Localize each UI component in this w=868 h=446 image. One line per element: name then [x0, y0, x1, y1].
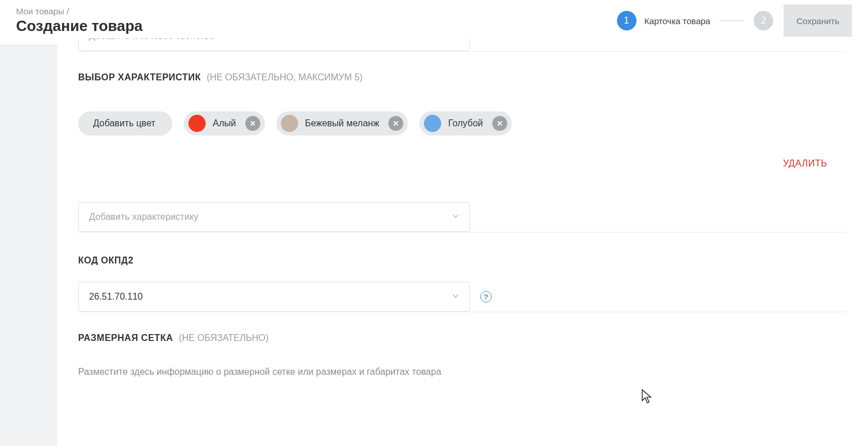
add-characteristic-placeholder: Добавить характеристику [89, 212, 198, 222]
close-icon [249, 120, 256, 127]
add-color-chip[interactable]: Добавить цвет [78, 111, 172, 135]
step-line-icon [719, 20, 744, 21]
content-area: Добавить ключевое свойство ВЫБОР ХАРАКТЕ… [57, 38, 868, 446]
chevron-down-icon [452, 38, 459, 41]
okpd-select[interactable]: 26.51.70.110 [78, 282, 470, 312]
size-grid-hint: (НЕ ОБЯЗАТЕЛЬНО) [179, 333, 268, 343]
okpd-title: КОД ОКПД2 [78, 255, 133, 266]
close-icon [496, 120, 503, 127]
step-2[interactable]: 2 [754, 11, 773, 30]
chevron-down-icon [452, 212, 459, 222]
step-circle-1: 1 [617, 11, 636, 30]
add-color-label: Добавить цвет [93, 118, 157, 129]
color-chip-blue: Голубой [419, 111, 512, 135]
add-characteristic-select[interactable]: Добавить характеристику [78, 202, 470, 232]
section-characteristics-title: ВЫБОР ХАРАКТЕРИСТИК (НЕ ОБЯЗАТЕЛЬНО, МАК… [78, 72, 847, 83]
okpd-value: 26.51.70.110 [89, 292, 142, 302]
chip-label: Бежевый меланж [305, 118, 381, 129]
chevron-down-icon [452, 292, 459, 302]
step-label-1: Карточка товара [645, 16, 711, 26]
close-icon [392, 120, 399, 127]
save-button[interactable]: Сохранить [784, 5, 852, 37]
size-grid-description: Разместите здесь информацию о размерной … [78, 364, 446, 379]
characteristics-hint: (НЕ ОБЯЗАТЕЛЬНО, МАКСИМУМ 5) [207, 72, 362, 83]
step-1[interactable]: 1 Карточка товара [617, 11, 711, 30]
characteristics-title: ВЫБОР ХАРАКТЕРИСТИК [78, 72, 201, 83]
swatch-aly [188, 115, 206, 132]
breadcrumb[interactable]: Мои товары / [16, 6, 142, 16]
header-left: Мои товары / Создание товара [16, 6, 142, 35]
swatch-blue [424, 115, 441, 132]
add-key-property-placeholder: Добавить ключевое свойство [89, 38, 214, 41]
section-okpd-title: КОД ОКПД2 [78, 255, 847, 266]
swatch-beige [281, 115, 298, 132]
step-circle-2: 2 [754, 11, 773, 30]
remove-chip-button[interactable] [492, 116, 507, 131]
remove-chip-button[interactable] [388, 116, 403, 131]
chip-label: Голубой [448, 118, 485, 129]
remove-chip-button[interactable] [245, 116, 260, 131]
color-chip-aly: Алый [184, 111, 264, 135]
chip-label: Алый [213, 118, 238, 129]
color-chips-row: Добавить цвет Алый Бежевый меланж Голубо… [78, 111, 847, 135]
header-right: 1 Карточка товара 2 Сохранить [617, 5, 852, 37]
add-key-property-select[interactable]: Добавить ключевое свойство [78, 38, 470, 51]
size-grid-title: РАЗМЕРНАЯ СЕТКА [78, 333, 173, 343]
page-title: Создание товара [16, 17, 142, 35]
color-chip-beige: Бежевый меланж [276, 111, 408, 135]
section-size-grid-title: РАЗМЕРНАЯ СЕТКА (НЕ ОБЯЗАТЕЛЬНО) [78, 333, 847, 343]
help-icon[interactable]: ? [480, 291, 492, 302]
stepper: 1 Карточка товара 2 [617, 11, 774, 30]
delete-link[interactable]: УДАЛИТЬ [78, 158, 847, 169]
